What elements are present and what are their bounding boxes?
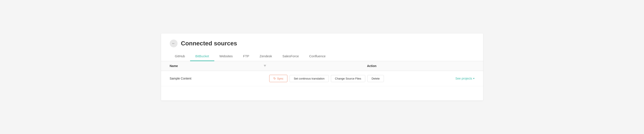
column-action-header: Action	[269, 64, 474, 68]
tab-websites[interactable]: Websites	[214, 52, 238, 61]
filter-icon[interactable]	[260, 64, 269, 68]
tab-confluence[interactable]: Confluence	[304, 52, 331, 61]
page-header: ← Connected sources	[161, 34, 483, 52]
row-actions: ↻ Sync Set continous translation Change …	[269, 75, 474, 82]
see-projects-link[interactable]: See projects ▾	[456, 77, 474, 80]
row-source-name: Sample Content	[170, 77, 260, 80]
back-button[interactable]: ←	[170, 40, 178, 47]
set-continuous-translation-button[interactable]: Set continous translation	[290, 75, 328, 82]
table-header-row: Name Action	[161, 61, 483, 71]
delete-button[interactable]: Delete	[368, 75, 384, 82]
tab-ftp[interactable]: FTP	[238, 52, 254, 61]
chevron-down-icon: ▾	[473, 77, 474, 80]
tabs-list: GitHub BitBucket Websites FTP Zendesk Sa…	[170, 52, 474, 61]
sync-button-label: Sync	[277, 77, 284, 80]
change-source-files-button[interactable]: Change Source Files	[331, 75, 365, 82]
column-name-header: Name	[170, 64, 260, 68]
tab-zendesk[interactable]: Zendesk	[254, 52, 277, 61]
tab-github[interactable]: GitHub	[170, 52, 190, 61]
sources-table: Name Action Sample Content ↻ Sync Set co…	[161, 61, 483, 86]
back-icon: ←	[172, 42, 176, 46]
main-container: ← Connected sources GitHub BitBucket Web…	[161, 34, 483, 100]
sync-icon: ↻	[273, 77, 276, 80]
tab-bitbucket[interactable]: BitBucket	[190, 52, 214, 61]
tabs-container: GitHub BitBucket Websites FTP Zendesk Sa…	[161, 52, 483, 61]
tab-salesforce[interactable]: SalesForce	[277, 52, 304, 61]
page-title: Connected sources	[181, 40, 237, 47]
sync-button[interactable]: ↻ Sync	[269, 75, 288, 82]
see-projects-label: See projects	[456, 77, 472, 80]
table-row: Sample Content ↻ Sync Set continous tran…	[161, 71, 483, 86]
